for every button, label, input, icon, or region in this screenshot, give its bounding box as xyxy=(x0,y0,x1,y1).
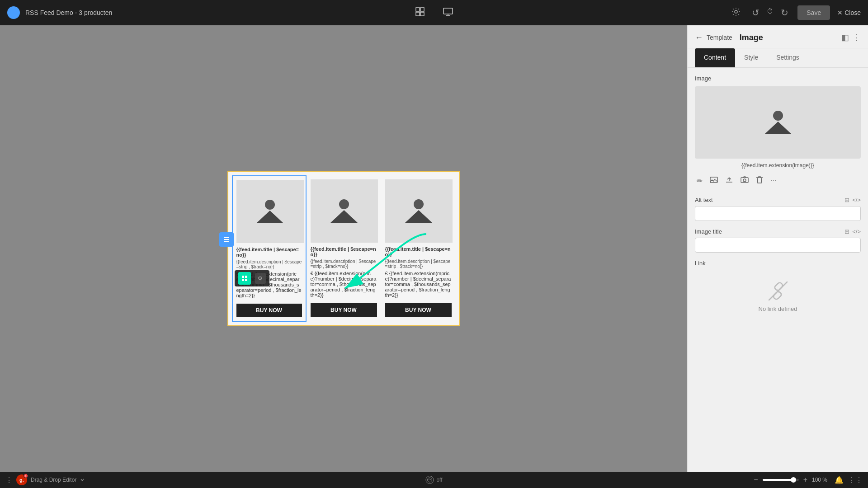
bottombar: ⋮ g. 1 Drag & Drop Editor off − + 100 % … xyxy=(0,472,868,488)
monitor-view-icon[interactable] xyxy=(441,6,455,20)
panel-tabs: Content Style Settings xyxy=(688,48,868,68)
alt-text-label: Alt text ⊞ </> xyxy=(695,197,861,203)
no-link-icon xyxy=(767,280,789,302)
image-action-buttons: ✏ xyxy=(695,174,861,188)
panel-body: Image {{feed.item.extension(image)}} ✏ xyxy=(688,68,868,472)
product-desc: {{feed.item.description | $escape=strip … xyxy=(385,259,452,269)
mountain-icon xyxy=(405,210,432,223)
product-title: {{feed.item.title | $escape=no}} xyxy=(311,246,377,257)
zoom-bar-fill xyxy=(763,479,792,481)
topbar-center-controls xyxy=(413,5,455,21)
undo-button[interactable]: ↺ xyxy=(750,5,761,20)
mountain-icon xyxy=(330,210,358,223)
panel-header: ← Template Image ◧ ⋮ xyxy=(688,25,868,48)
sun-icon xyxy=(265,200,275,210)
close-button[interactable]: ✕ Close xyxy=(837,9,861,16)
alt-text-responsive-icon[interactable]: ⊞ xyxy=(844,197,849,203)
grid-view-icon[interactable] xyxy=(413,5,427,21)
tab-style[interactable]: Style xyxy=(735,48,767,67)
zoom-out-button[interactable]: − xyxy=(754,476,758,484)
menu-icon[interactable]: ⋮ xyxy=(5,476,13,484)
product-card[interactable]: {{feed.item.title | $escape=no}} {{feed.… xyxy=(307,175,381,322)
settings-icon[interactable] xyxy=(729,5,743,21)
svg-rect-12 xyxy=(242,276,244,278)
product-image xyxy=(236,180,304,243)
delete-image-button[interactable] xyxy=(754,174,765,188)
product-image-icon xyxy=(330,199,358,223)
redo-button[interactable]: ↻ xyxy=(779,5,790,20)
buy-now-button[interactable]: BUY NOW xyxy=(385,303,452,317)
browse-image-button[interactable] xyxy=(708,174,720,188)
element-toolbar: ⚙ xyxy=(235,270,269,286)
alt-text-input[interactable] xyxy=(695,206,861,221)
link-placeholder: No link defined xyxy=(695,271,861,321)
camera-image-button[interactable] xyxy=(739,174,750,188)
notification-badge: 1 xyxy=(24,474,28,478)
product-grid-container: ⚙ {{feed.item.title | $escape=no}} {{fee… xyxy=(227,171,460,326)
drag-handle[interactable] xyxy=(219,232,234,247)
image-title-input[interactable] xyxy=(695,238,861,253)
buy-now-button[interactable]: BUY NOW xyxy=(311,303,377,317)
layers-icon[interactable]: ◧ xyxy=(841,33,849,42)
toolbar-settings[interactable]: ⚙ xyxy=(255,273,266,284)
element-type-icon[interactable] xyxy=(238,272,251,285)
zoom-slider[interactable] xyxy=(763,479,799,481)
panel-more-icon[interactable]: ⋮ xyxy=(853,33,861,42)
dropdown-chevron-icon[interactable] xyxy=(80,478,85,482)
svg-rect-4 xyxy=(420,12,424,16)
svg-line-20 xyxy=(769,282,787,300)
zoom-handle xyxy=(791,477,796,483)
panel-header-icons: ◧ ⋮ xyxy=(841,33,861,42)
alt-text-icons: ⊞ </> xyxy=(844,197,861,203)
upload-image-button[interactable] xyxy=(723,174,735,188)
svg-point-19 xyxy=(743,179,746,182)
alt-text-code-icon[interactable]: </> xyxy=(852,197,861,203)
product-image xyxy=(385,179,453,243)
product-desc: {{feed.item.description | $escape=strip … xyxy=(236,259,302,269)
image-title-code-icon[interactable]: </> xyxy=(852,228,861,235)
back-button[interactable]: ← xyxy=(695,33,703,42)
svg-rect-9 xyxy=(224,237,229,238)
link-label: Link xyxy=(695,260,861,267)
apps-icon[interactable]: ⋮⋮ xyxy=(848,476,863,484)
image-title-section: Image title ⊞ </> xyxy=(695,228,861,253)
product-card[interactable]: {{feed.item.title | $escape=no}} {{feed.… xyxy=(381,175,456,322)
image-section: Image {{feed.item.extension(image)}} ✏ xyxy=(695,75,861,188)
svg-rect-15 xyxy=(245,279,247,281)
history-button[interactable]: ⏱ xyxy=(765,5,775,20)
topbar-right-controls: ↺ ⏱ ↻ Save ✕ Close xyxy=(729,5,861,21)
bell-icon[interactable]: 🔔 xyxy=(835,476,844,484)
no-link-text: No link defined xyxy=(759,305,797,312)
svg-rect-1 xyxy=(416,8,420,11)
image-preview xyxy=(695,86,861,159)
product-image xyxy=(311,179,378,243)
svg-rect-13 xyxy=(245,276,247,278)
image-placeholder-icon xyxy=(764,111,792,134)
product-title: {{feed.item.title | $escape=no}} xyxy=(236,247,302,258)
mountain-icon xyxy=(256,211,283,223)
toolbar-separator xyxy=(253,274,253,283)
image-title-responsive-icon[interactable]: ⊞ xyxy=(844,228,849,235)
product-grid: {{feed.item.title | $escape=no}} {{feed.… xyxy=(232,175,456,322)
panel-breadcrumb[interactable]: Template xyxy=(707,34,732,41)
save-button[interactable]: Save xyxy=(797,5,830,20)
grammarly-badge[interactable]: g. 1 xyxy=(16,474,27,485)
tab-settings[interactable]: Settings xyxy=(767,48,808,67)
tab-content[interactable]: Content xyxy=(695,48,735,67)
image-section-label: Image xyxy=(695,75,861,82)
sun-shape xyxy=(773,111,783,121)
zoom-in-button[interactable]: + xyxy=(803,476,807,484)
edit-image-button[interactable]: ✏ xyxy=(695,175,704,187)
product-card[interactable]: {{feed.item.title | $escape=no}} {{feed.… xyxy=(232,175,307,322)
buy-now-button[interactable]: BUY NOW xyxy=(236,304,302,317)
more-image-options-button[interactable]: ··· xyxy=(769,175,778,187)
svg-rect-3 xyxy=(416,12,420,16)
product-price: € {{feed.item.extension(price)?number | … xyxy=(311,271,377,298)
panel-title: Image xyxy=(740,33,763,42)
svg-rect-10 xyxy=(224,239,229,240)
topbar: RSS Feed Demo - 3 producten xyxy=(0,0,868,25)
svg-point-0 xyxy=(10,9,17,16)
ai-assistant-icon xyxy=(425,476,434,484)
alt-text-section: Alt text ⊞ </> xyxy=(695,197,861,221)
editor-label[interactable]: Drag & Drop Editor xyxy=(31,477,76,483)
